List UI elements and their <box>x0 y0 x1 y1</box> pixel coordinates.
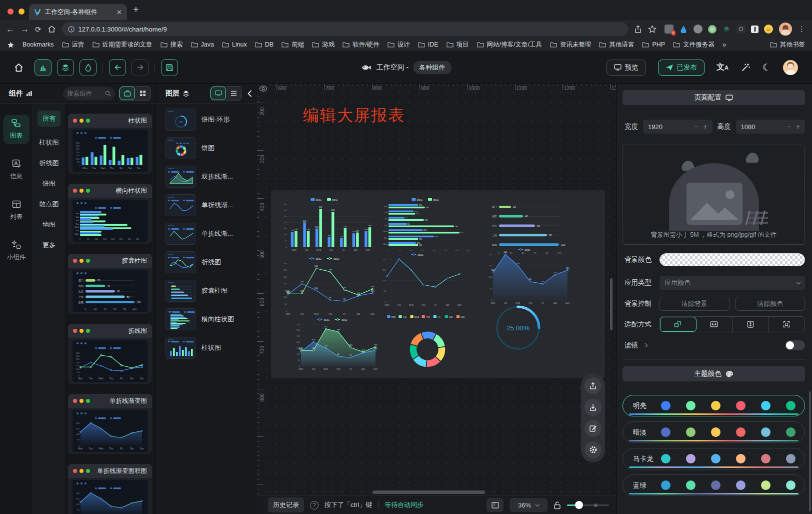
address-bar[interactable]: 127.0.0.1:3000/#/chart/home/9 <box>62 22 628 36</box>
layer-item[interactable]: 75%饼图-环形 <box>166 109 257 131</box>
doc-panel-button[interactable] <box>486 498 504 512</box>
eye-icon[interactable] <box>259 85 268 92</box>
dark-mode-icon[interactable]: ☾ <box>762 62 771 73</box>
ext-atom-icon[interactable]: ⚛ <box>722 25 731 34</box>
save-button[interactable] <box>161 59 178 76</box>
width-stepper[interactable]: 1920−+ <box>643 120 712 134</box>
bookmarks-overflow[interactable]: » <box>722 41 726 49</box>
editor-canvas[interactable]: 6007008009001000110012001300 20030040050… <box>257 84 616 495</box>
browser-profile-avatar[interactable] <box>779 23 792 36</box>
bookmark-star-icon[interactable] <box>648 25 656 33</box>
dashboard[interactable]: data1data2050100150200250300350Mon120130… <box>271 190 605 378</box>
lock-icon[interactable] <box>554 501 561 509</box>
home-button[interactable] <box>48 25 56 33</box>
background-upload-dropzone[interactable]: 背景图需小于 5M ，格式为 png/jpg/gif 的文件 <box>622 145 805 245</box>
preview-button[interactable]: 预览 <box>606 60 646 76</box>
collapse-chevron-icon[interactable] <box>247 90 252 97</box>
bookmark-folder[interactable]: 资讯未整理 <box>550 41 592 49</box>
layer-item[interactable]: 柱状图 <box>166 337 257 359</box>
ext-globe-icon[interactable] <box>694 25 702 34</box>
width-minus-button[interactable]: − <box>694 123 698 131</box>
layers-thumbnail-view-button[interactable] <box>210 87 226 100</box>
bookmark-folder[interactable]: 网站/博客/文章/工具 <box>477 41 542 49</box>
bookmark-folder[interactable]: 前端 <box>282 41 304 49</box>
theme-color-title[interactable]: 主题颜色 <box>622 366 805 381</box>
widget-progress-ring[interactable]: 25.00% <box>493 303 543 353</box>
sidebar-item-信息[interactable]: 信息 <box>4 155 30 185</box>
back-button[interactable]: ← <box>6 25 14 34</box>
new-tab-button[interactable]: + <box>133 4 139 16</box>
bookmark-folder[interactable]: DB <box>255 41 274 48</box>
browser-menu-icon[interactable]: ⋮ <box>798 25 806 34</box>
search-icon[interactable] <box>105 91 111 97</box>
canvas-text-widget[interactable]: 编辑大屏报表 <box>303 105 405 127</box>
bookmark-folder[interactable]: 近期需要读的文章 <box>92 41 152 49</box>
search-input[interactable] <box>67 90 103 97</box>
component-card[interactable]: 柱状图050100150200250300350MonTueWedThuFriS… <box>68 114 152 174</box>
layer-item[interactable]: 双折线渐... <box>166 166 257 188</box>
zoom-select[interactable]: 36% <box>510 498 548 512</box>
component-card[interactable]: 单折线渐变面积图050100150200MonTueWedThuFriSatSu… <box>68 464 152 514</box>
component-card[interactable]: 横向柱状图050100150200250300350SunSatFriThuWe… <box>68 184 152 244</box>
redo-button[interactable] <box>132 59 148 76</box>
category-item-地图[interactable]: 地图 <box>38 220 60 229</box>
sidebar-item-小组件[interactable]: 小组件 <box>4 236 30 266</box>
component-card[interactable]: 单折线渐变图050100150200MonTueWedThuFriSatSun <box>68 394 152 454</box>
category-item-更多[interactable]: 更多 <box>38 241 60 250</box>
bookmark-folder[interactable]: 游戏 <box>312 41 334 49</box>
widget-line-chart[interactable]: data1data2050100150200250300350MonTueWed… <box>278 255 376 316</box>
category-item-饼图[interactable]: 饼图 <box>38 179 60 188</box>
category-item-散点图[interactable]: 散点图 <box>38 200 60 209</box>
panel-scrollbar[interactable] <box>809 391 811 511</box>
help-icon[interactable]: ? <box>310 501 318 509</box>
ext-puzzle-icon[interactable] <box>736 25 746 34</box>
ext-green-ring-icon[interactable] <box>708 25 716 34</box>
browser-tab[interactable]: 工作空间-各种组件 ✕ <box>29 4 127 20</box>
bookmark-folder[interactable]: 项目 <box>446 41 469 49</box>
layer-item[interactable]: 横向柱状图 <box>166 308 257 330</box>
bookmark-folder[interactable]: PHP <box>642 41 665 48</box>
widget-gradient-line-chart[interactable]: data1050100150200MonTueWedThuFriSatSun <box>377 251 463 307</box>
history-button[interactable]: 历史记录 <box>268 497 304 512</box>
layers-mode-button[interactable] <box>57 59 74 76</box>
ext-blue-drop-icon[interactable] <box>679 25 688 34</box>
layer-item[interactable]: 折线图 <box>166 251 257 273</box>
category-item-所有[interactable]: 所有 <box>38 111 60 127</box>
undo-button[interactable] <box>109 59 126 76</box>
bookmark-folder[interactable]: IDE <box>418 41 438 48</box>
slider-knob[interactable] <box>575 501 583 509</box>
share-icon[interactable] <box>634 25 642 34</box>
window-minimize-button[interactable] <box>18 9 24 15</box>
height-stepper[interactable]: 1080−+ <box>736 120 806 134</box>
widget-dual-area-chart[interactable]: data1data2050100150200250300350MonTueWed… <box>291 316 379 371</box>
clear-background-button[interactable]: 清除背景 <box>660 297 730 311</box>
zoom-slider[interactable] <box>567 501 609 509</box>
fit-auto-button[interactable] <box>660 317 696 332</box>
bookmarks-star-icon[interactable] <box>7 41 14 49</box>
grid-view-button[interactable] <box>135 87 150 100</box>
fit-stretch-button[interactable] <box>769 317 805 332</box>
language-icon[interactable]: 文A <box>716 62 728 73</box>
layer-item[interactable]: 单折线渐... <box>166 223 257 245</box>
bookmark-folder[interactable]: 软件/硬件 <box>342 41 379 49</box>
layer-item[interactable]: 胶囊柱图 <box>166 280 257 302</box>
home-icon[interactable] <box>14 63 24 72</box>
edit-button[interactable] <box>584 420 602 437</box>
category-item-折线图[interactable]: 折线图 <box>38 159 60 168</box>
component-card[interactable]: 折线图050100150200250300350MonTueWedThuFriS… <box>68 324 152 384</box>
forward-button[interactable]: → <box>20 25 29 34</box>
widget-area-chart[interactable]: data1050100150200MonTueWedThuFriSatSun12… <box>483 246 571 305</box>
component-card[interactable]: 胶囊柱图厦门20南阳40北京60上海80新疆100020406080100 <box>68 254 152 314</box>
window-close-button[interactable] <box>8 9 14 15</box>
canvas-vertical-scrollbar[interactable] <box>610 278 612 330</box>
bookmark-folder[interactable]: 搜索 <box>160 41 183 49</box>
bookmark-folder[interactable]: Java <box>191 41 214 48</box>
height-minus-button[interactable]: − <box>787 123 791 131</box>
fit-width-button[interactable] <box>696 317 733 332</box>
settings-button[interactable] <box>584 441 602 458</box>
reload-button[interactable]: ⟳ <box>35 26 42 33</box>
app-type-select[interactable]: 应用颜色 <box>660 276 805 290</box>
widget-bar-chart[interactable]: data1data2050100150200250300350Mon120130… <box>278 196 376 252</box>
ext-sidebar-icon[interactable] <box>751 26 758 33</box>
chevron-right-icon[interactable] <box>644 343 648 347</box>
